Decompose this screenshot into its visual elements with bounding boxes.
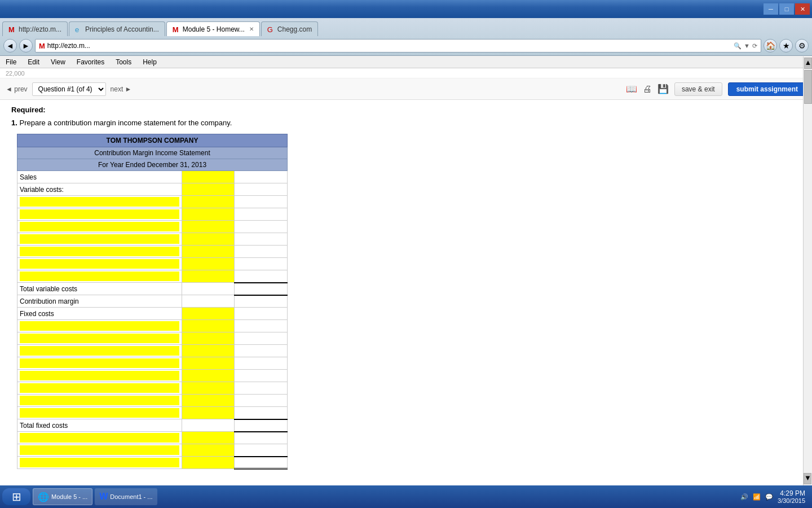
tab-module5[interactable]: M Module 5 - Homew... ✕ <box>166 21 260 36</box>
fc-amount-7b[interactable] <box>237 396 285 405</box>
fc-amount-6b[interactable] <box>237 383 285 393</box>
vc-amount-1b[interactable] <box>237 197 285 207</box>
bottom-amount-3b[interactable] <box>237 458 285 467</box>
vc-amount-2b[interactable] <box>237 209 285 219</box>
tab-chegg[interactable]: G Chegg.com <box>261 21 318 36</box>
menu-favorites[interactable]: Favorites <box>74 57 107 67</box>
menu-edit[interactable]: Edit <box>25 57 42 67</box>
minimize-button[interactable]: ─ <box>764 3 778 15</box>
vc-amount-4a[interactable] <box>184 234 232 244</box>
menu-help[interactable]: Help <box>140 57 159 67</box>
vc-name-1[interactable] <box>20 197 179 207</box>
menu-file[interactable]: File <box>3 57 19 67</box>
bottom-name-3[interactable] <box>20 458 179 467</box>
settings-button[interactable]: ⚙ <box>795 39 809 52</box>
fc-amount-5b[interactable] <box>237 371 285 380</box>
fc-amount-2b[interactable] <box>237 334 285 343</box>
back-button[interactable]: ◄ <box>3 39 17 52</box>
vc-amount-6b[interactable] <box>237 259 285 269</box>
fc-amount-3a[interactable] <box>184 346 232 356</box>
vc-amount-1a[interactable] <box>184 197 232 207</box>
start-button[interactable]: ⊞ <box>2 488 30 496</box>
vc-name-3[interactable] <box>20 222 179 231</box>
network-icon[interactable]: 📶 <box>753 493 761 497</box>
save-icon[interactable]: 💾 <box>657 84 669 94</box>
scroll-down-button[interactable]: ▼ <box>804 473 811 484</box>
bottom-amount-2a[interactable] <box>184 445 232 455</box>
vc-amount-5a[interactable] <box>184 247 232 256</box>
vc-name-6[interactable] <box>20 259 179 269</box>
fc-amount-6a[interactable] <box>184 383 232 393</box>
tab-close-icon[interactable]: ✕ <box>249 26 254 32</box>
scroll-up-button[interactable]: ▲ <box>804 58 812 69</box>
bottom-amount-3a[interactable] <box>184 458 232 467</box>
bottom-name-1[interactable] <box>20 433 179 443</box>
fc-amount-1a[interactable] <box>184 321 232 331</box>
total-vc-value[interactable] <box>237 284 285 294</box>
sales-input-1[interactable] <box>184 172 232 182</box>
tab-principles[interactable]: e Principles of Accountin... <box>69 21 165 36</box>
fc-name-7[interactable] <box>20 396 179 405</box>
total-fc-input[interactable] <box>235 419 288 432</box>
vc-name-5[interactable] <box>20 247 179 256</box>
window-controls[interactable]: ─ □ ✕ <box>764 3 810 15</box>
submit-assignment-button[interactable]: submit assignment <box>728 82 806 96</box>
vc-name-7[interactable] <box>20 271 179 281</box>
bottom-name-2[interactable] <box>20 445 179 455</box>
next-button[interactable]: next ► <box>111 85 132 93</box>
vc-amount-2a[interactable] <box>184 209 232 219</box>
fc-name-2[interactable] <box>20 334 179 343</box>
fc-name-5[interactable] <box>20 371 179 380</box>
vc-amount-3a[interactable] <box>184 222 232 231</box>
fc-name-4[interactable] <box>20 358 179 368</box>
close-button[interactable]: ✕ <box>795 3 810 15</box>
address-box[interactable]: M http://ezto.m... 🔍 ▼ ⟳ <box>35 39 761 52</box>
dropdown-icon[interactable]: ▼ <box>744 42 750 50</box>
favorites-button[interactable]: ★ <box>779 39 793 52</box>
taskbar-item-word[interactable]: W Document1 - ... <box>95 488 157 496</box>
fc-amount-4b[interactable] <box>237 358 285 368</box>
print-icon[interactable]: 🖨 <box>643 84 652 94</box>
refresh-icon[interactable]: ⟳ <box>752 42 757 50</box>
fc-amount-4a[interactable] <box>184 358 232 368</box>
sales-input-2[interactable] <box>237 172 285 182</box>
save-exit-button[interactable]: save & exit <box>674 82 722 96</box>
prev-button[interactable]: ◄ prev <box>6 85 28 93</box>
fc-amount-1b[interactable] <box>237 321 285 331</box>
volume-icon[interactable]: 🔊 <box>740 493 748 497</box>
vc-name-2[interactable] <box>20 209 179 219</box>
bottom-amount-2b[interactable] <box>237 445 285 455</box>
scroll-thumb[interactable] <box>804 70 812 104</box>
tab-m-url[interactable]: M http://ezto.m... <box>2 21 68 36</box>
home-button[interactable]: 🏠 <box>764 39 777 52</box>
search-icon[interactable]: 🔍 <box>734 42 742 50</box>
fc-amount-2a[interactable] <box>184 334 232 343</box>
vc-amount-3b[interactable] <box>237 222 285 231</box>
fc-amount-3b[interactable] <box>237 346 285 356</box>
bottom-amount-1a[interactable] <box>184 433 232 443</box>
fc-amount-7a[interactable] <box>184 396 232 405</box>
fc-name-3[interactable] <box>20 346 179 356</box>
taskbar-item-module5[interactable]: 🌐 Module 5 - ... <box>33 488 92 496</box>
vc-name-4[interactable] <box>20 234 179 244</box>
cm-input[interactable] <box>235 295 288 308</box>
vc-amount-4b[interactable] <box>237 234 285 244</box>
fc-name-6[interactable] <box>20 383 179 393</box>
question-select[interactable]: Question #1 (of 4) <box>32 82 106 96</box>
fc-amount-8b[interactable] <box>237 408 285 418</box>
book-icon[interactable]: 📖 <box>626 84 637 94</box>
sales-input-col2[interactable] <box>235 171 288 183</box>
total-vc-input[interactable] <box>235 283 288 295</box>
vc-amount-5b[interactable] <box>237 247 285 256</box>
fc-amount-8a[interactable] <box>184 408 232 418</box>
vc-amount-7b[interactable] <box>237 271 285 281</box>
total-fc-value[interactable] <box>237 421 285 430</box>
fc-amount-5a[interactable] <box>184 371 232 380</box>
vc-amount-7a[interactable] <box>184 271 232 281</box>
vc-amount-6a[interactable] <box>184 259 232 269</box>
scrollbar[interactable]: ▲ ▼ <box>803 56 812 485</box>
forward-button[interactable]: ► <box>19 39 33 52</box>
fc-name-1[interactable] <box>20 321 179 331</box>
system-clock[interactable]: 4:29 PM 3/30/2015 <box>778 489 805 496</box>
menu-tools[interactable]: Tools <box>113 57 134 67</box>
